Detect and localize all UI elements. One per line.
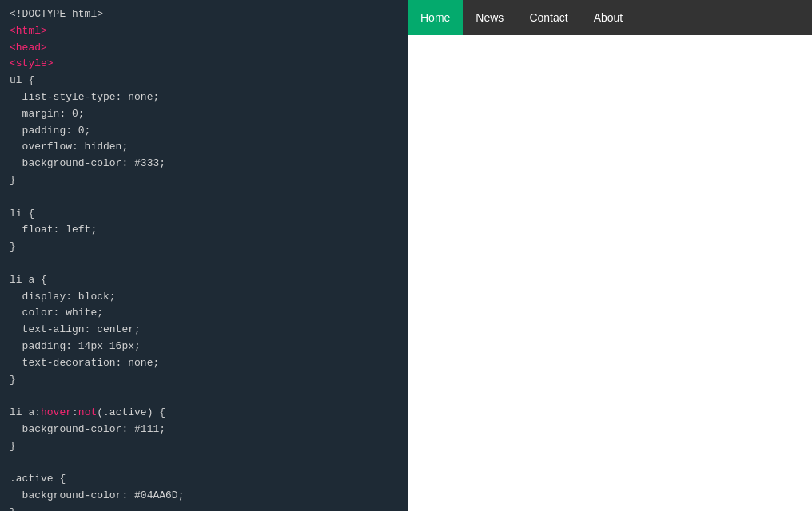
code-line: <!DOCTYPE html>: [10, 6, 398, 23]
nav-link-news[interactable]: News: [463, 0, 516, 35]
code-line: text-decoration: none;: [10, 355, 398, 372]
code-line: ul {: [10, 73, 398, 89]
code-line: li {: [10, 206, 398, 223]
code-line: li a {: [10, 272, 398, 289]
preview-panel: Home News Contact About: [408, 0, 812, 511]
nav-link-about[interactable]: About: [581, 0, 636, 35]
code-line: }: [10, 172, 398, 189]
code-line: }: [10, 505, 398, 511]
code-line: [10, 455, 398, 472]
nav-bar: Home News Contact About: [408, 0, 812, 35]
code-line: <head>: [10, 40, 398, 57]
code-line: background-color: #111;: [10, 422, 398, 438]
preview-content: [408, 35, 812, 511]
nav-link-contact[interactable]: Contact: [516, 0, 580, 35]
code-line: list-style-type: none;: [10, 89, 398, 106]
code-line: }: [10, 438, 398, 455]
code-line: }: [10, 239, 398, 256]
code-line: background-color: #04AA6D;: [10, 488, 398, 505]
code-line: text-align: center;: [10, 322, 398, 339]
code-line: <html>: [10, 23, 398, 40]
code-line: <style>: [10, 56, 398, 73]
code-line: padding: 0;: [10, 123, 398, 140]
code-line: margin: 0;: [10, 106, 398, 123]
code-line: }: [10, 372, 398, 389]
code-line: [10, 256, 398, 272]
nav-item-home[interactable]: Home: [408, 0, 463, 35]
code-line: color: white;: [10, 305, 398, 322]
code-line: overflow: hidden;: [10, 139, 398, 156]
nav-link-home[interactable]: Home: [408, 0, 463, 35]
code-line: [10, 388, 398, 405]
code-line: [10, 189, 398, 206]
code-line: display: block;: [10, 289, 398, 306]
nav-item-contact[interactable]: Contact: [516, 0, 580, 35]
code-line: .active {: [10, 471, 398, 488]
nav-item-about[interactable]: About: [581, 0, 636, 35]
nav-item-news[interactable]: News: [463, 0, 516, 35]
code-line: float: left;: [10, 222, 398, 239]
code-line: background-color: #333;: [10, 156, 398, 172]
code-line: li a:hover:not(.active) {: [10, 405, 398, 422]
code-editor: <!DOCTYPE html> <html> <head> <style> ul…: [0, 0, 408, 511]
code-line: padding: 14px 16px;: [10, 339, 398, 355]
